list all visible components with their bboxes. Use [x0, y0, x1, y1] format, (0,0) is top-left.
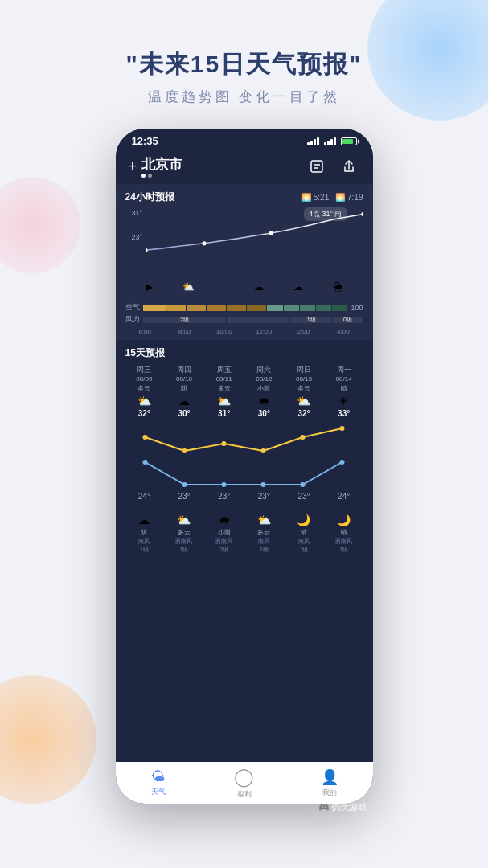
share-icon[interactable] [338, 155, 360, 178]
day-date-6: 08/14 [325, 375, 363, 383]
city-action-icons [306, 155, 360, 178]
nav-weather-label: 天气 [151, 787, 166, 797]
detail-weather-6: 晴 [325, 528, 363, 537]
day-name-6: 周一 [325, 365, 363, 375]
detail-6: 🌙 晴 西南风 1级 [325, 514, 363, 554]
temperature-chart: 31° 23° 4点 31° 雨 [125, 207, 363, 280]
nav-benefits-icon: ◯ [234, 767, 254, 788]
svg-rect-0 [311, 161, 322, 172]
day-icon-2: ☁ [165, 395, 203, 407]
nav-profile-label: 我的 [322, 788, 337, 798]
nav-benefits-label: 福利 [237, 789, 252, 800]
detail-weather-2: 多云 [165, 528, 203, 537]
detail-weather-1: 阴 [125, 528, 164, 537]
day-name-2: 周四 [165, 365, 203, 375]
svg-point-3 [146, 248, 148, 252]
day-low-6: 24° [325, 492, 363, 501]
detail-4: ⛅ 多云 南风 1级 [245, 514, 284, 554]
day-high-2: 30° [165, 409, 203, 418]
air-bar [143, 305, 348, 311]
time-4: 4:00 [323, 328, 363, 335]
detail-icon-6: 🌙 [325, 514, 363, 526]
day-date-4: 08/12 [245, 375, 284, 383]
detail-wind-level-2: 1级 [165, 546, 203, 554]
hourly-icon-1: ▶ [146, 281, 153, 293]
svg-point-13 [142, 460, 147, 465]
detail-icons-row: ☁ 阴 南风 1级 ⛅ 多云 西南风 1级 🌧 小雨 西南风 2级 [125, 514, 363, 554]
hourly-weather-icons: ▶ ⛅ ☁ ☁ 🌦 [125, 280, 363, 293]
day-weather-6: 晴 [325, 384, 363, 393]
high-temp-trend [125, 423, 363, 455]
hourly-icon-6: 🌦 [333, 281, 342, 293]
detail-wind-6: 西南风 [325, 538, 363, 546]
status-bar: 12:35 [116, 129, 373, 150]
wind-seg-3: 1级 [290, 317, 333, 323]
detail-icon-2: ⛅ [165, 514, 203, 526]
detail-wind-1: 南风 [125, 538, 164, 546]
status-time: 12:35 [132, 135, 158, 147]
weather-details-section: ☁ 阴 南风 1级 ⛅ 多云 西南风 1级 🌧 小雨 西南风 2级 [116, 510, 373, 562]
city-dots [141, 174, 182, 178]
sunset-time: 🌅 7:19 [335, 193, 363, 202]
svg-point-8 [182, 448, 187, 453]
days-header: 周三 08/09 多云 ⛅ 32° 周四 08/10 阴 ☁ 30° 周五 08… [125, 365, 363, 420]
day-high-6: 33° [325, 409, 363, 418]
svg-point-15 [221, 482, 226, 487]
nav-profile[interactable]: 👤 我的 [287, 768, 373, 798]
time-2: 2:00 [284, 328, 323, 335]
filter-icon[interactable] [306, 155, 328, 178]
sunrise-info: 🌅 5:21 🌅 7:19 [301, 193, 363, 202]
day-high-1: 32° [125, 409, 164, 418]
day-date-3: 08/11 [205, 375, 244, 383]
day-date-1: 08/09 [125, 375, 164, 383]
wind-seg-2 [227, 317, 290, 323]
battery-icon [341, 137, 357, 145]
svg-point-11 [300, 435, 305, 440]
wind-seg-1: 2级 [143, 317, 228, 323]
detail-icon-4: ⛅ [245, 514, 284, 526]
day-high-5: 32° [285, 409, 323, 418]
detail-icon-5: 🌙 [285, 514, 323, 526]
low-temp-trend [125, 457, 363, 489]
time-10: 10:00 [204, 328, 244, 335]
day-col-3: 周五 08/11 多云 ⛅ 31° [205, 365, 244, 420]
detail-wind-level-3: 2级 [205, 546, 244, 554]
hourly-icon-2: ⛅ [182, 281, 195, 293]
phone-screen: 12:35 [116, 129, 373, 804]
day-date-2: 08/10 [165, 375, 203, 383]
day-name-1: 周三 [125, 365, 164, 375]
day-date-5: 08/13 [285, 375, 323, 383]
signal-icon-2 [324, 137, 336, 145]
low-temps-row: 24° 23° 23° 23° 23° 24° [125, 490, 363, 501]
day-low-4: 23° [245, 492, 284, 501]
svg-point-16 [260, 482, 265, 487]
city-left: + 北京市 [129, 155, 183, 178]
nav-benefits[interactable]: ◯ 福利 [201, 767, 287, 800]
day-icon-4: 🌧 [245, 395, 284, 407]
watermark: 🎮 仍玩游戏 [318, 801, 367, 813]
time-8: 8:00 [165, 328, 204, 335]
add-city-icon[interactable]: + [129, 158, 137, 175]
dot-2 [148, 174, 152, 178]
forecast-15-title: 15天预报 [125, 346, 363, 360]
day-icon-5: ⛅ [285, 395, 323, 407]
detail-wind-level-5: 1级 [285, 546, 323, 554]
status-icons [307, 137, 357, 145]
forecast-24h-title: 24小时预报 [125, 190, 174, 204]
detail-weather-3: 小雨 [205, 528, 244, 537]
day-col-1: 周三 08/09 多云 ⛅ 32° [125, 365, 164, 420]
bg-circle-orange [0, 675, 96, 804]
day-low-5: 23° [285, 492, 323, 501]
svg-point-6 [361, 212, 363, 216]
day-high-4: 30° [245, 409, 284, 418]
detail-icon-3: 🌧 [205, 514, 244, 526]
svg-point-18 [339, 460, 344, 465]
nav-weather[interactable]: 🌤 天气 [116, 768, 202, 797]
city-name: 北京市 [141, 155, 182, 174]
city-header: + 北京市 [116, 150, 373, 184]
detail-icon-1: ☁ [125, 514, 164, 526]
air-wind-section: 空气 100 风力 2级 [116, 299, 373, 340]
svg-point-17 [300, 482, 305, 487]
detail-wind-level-4: 1级 [245, 546, 284, 554]
air-quality-row: 空气 100 [125, 302, 363, 313]
